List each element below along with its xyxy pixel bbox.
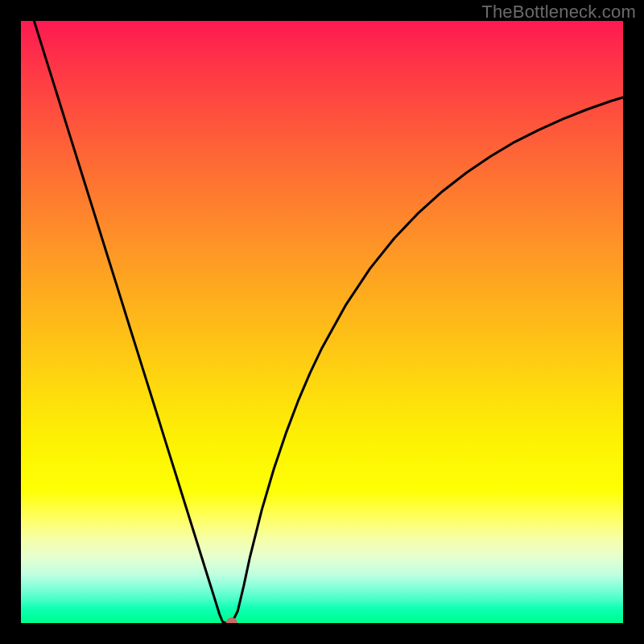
- plot-area: [21, 21, 623, 623]
- curve-svg: [21, 21, 623, 623]
- minimum-marker-dot: [226, 617, 237, 623]
- watermark-text: TheBottleneck.com: [481, 2, 636, 23]
- chart-stage: TheBottleneck.com: [0, 0, 644, 644]
- bottleneck-curve-path: [21, 21, 623, 623]
